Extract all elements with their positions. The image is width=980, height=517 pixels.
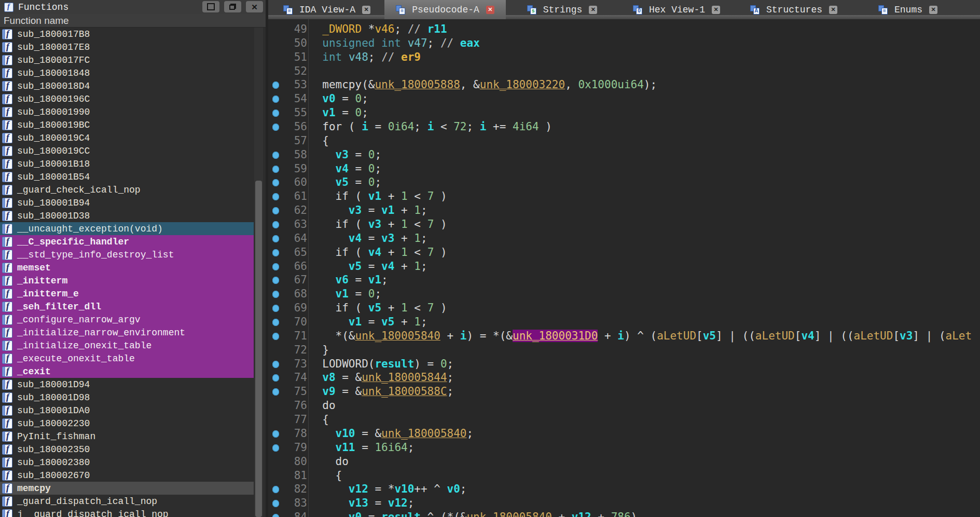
function-list-item[interactable]: sub_1800019BC [0,118,254,131]
tab-close-icon[interactable]: ✕ [829,6,837,14]
function-list-item[interactable]: sub_180001D98 [0,391,254,404]
code-line: 59 v4 = 0; [268,162,980,176]
line-number: 55 [268,106,307,120]
code-text[interactable]: unsigned int v47; // eax [309,36,480,50]
function-list-item[interactable]: sub_1800017FC [0,53,254,66]
function-list-item[interactable]: _guard_dispatch_icall_nop [0,495,254,508]
code-text[interactable]: v0 = 0; [309,92,368,106]
code-text[interactable]: v0 = result ^ (*(&unk_180005840 + v12 + … [309,510,637,517]
tab-enums[interactable]: ≡Enums✕ [853,0,963,19]
tab-close-icon[interactable]: ✕ [589,6,597,14]
function-list-item[interactable]: _guard_check_icall_nop [0,183,254,196]
code-text[interactable]: v11 = 16i64; [309,441,414,455]
function-list-item[interactable]: sub_1800017E8 [0,40,254,53]
function-list-item[interactable]: j__guard_dispatch_icall_nop [0,508,254,517]
code-text[interactable]: memcpy(&unk_180005888, &unk_180003220, 0… [309,78,657,92]
tab-strings[interactable]: sStrings✕ [506,0,618,19]
code-text[interactable]: LODWORD(result) = 0; [309,357,453,371]
tab-hex-view-1[interactable]: 0Hex View-1✕ [618,0,735,19]
tab-pseudocode-a[interactable]: ≡Pseudocode-A✕ [384,0,506,19]
function-list-item[interactable]: sub_180001B18 [0,157,254,170]
code-text[interactable]: { [309,469,342,483]
function-list-item[interactable]: sub_1800018D4 [0,79,254,92]
function-list-item[interactable]: sub_180001D38 [0,209,254,222]
function-list-item[interactable]: sub_1800017B8 [0,28,254,40]
function-list-item[interactable]: __uncaught_exception(void) [0,222,254,235]
function-list-item[interactable]: _initterm [0,274,254,287]
tab-close-icon[interactable]: ✕ [712,6,720,14]
code-text[interactable]: int v48; // er9 [309,50,421,64]
function-list-item[interactable]: sub_180001990 [0,105,254,118]
function-list-item[interactable]: sub_1800019C4 [0,131,254,144]
function-list-item[interactable]: _initialize_narrow_environment [0,326,254,339]
tab-close-icon[interactable]: ✕ [486,6,494,14]
code-line: 79 v11 = 16i64; [268,441,980,455]
function-list-item[interactable]: sub_180001848 [0,66,254,79]
code-text[interactable]: if ( v5 + 1 < 7 ) [309,301,447,315]
function-list-item[interactable]: _cexit [0,365,254,378]
code-text[interactable]: v4 = 0; [309,162,381,176]
function-list-item[interactable]: sub_18000196C [0,92,254,105]
function-list-item[interactable]: sub_180001B54 [0,170,254,183]
code-text[interactable]: v1 = 0; [309,106,368,120]
code-text[interactable]: v13 = v12; [309,496,414,510]
close-icon: ✕ [251,3,258,11]
code-text[interactable]: if ( v1 + 1 < 7 ) [309,189,447,203]
function-icon [2,418,12,429]
code-text[interactable]: for ( i = 0i64; i < 72; i += 4i64 ) [309,120,552,134]
code-text[interactable]: do [309,455,349,469]
tab-ida-view-a[interactable]: ≡IDA View-A✕ [269,0,384,19]
function-list-item[interactable]: memcpy [0,482,254,495]
function-list-item[interactable]: sub_180002230 [0,417,254,430]
code-text[interactable]: v1 = 0; [309,287,381,301]
function-list-item[interactable]: sub_180001B94 [0,196,254,209]
code-text[interactable]: if ( v3 + 1 < 7 ) [309,217,447,232]
function-name: sub_1800018D4 [17,81,90,91]
function-list-item[interactable]: sub_1800019CC [0,144,254,157]
function-list-item[interactable]: _initialize_onexit_table [0,339,254,352]
function-list-item[interactable]: sub_180001D94 [0,378,254,391]
code-text[interactable]: v5 = v4 + 1; [309,260,427,274]
restore-button[interactable] [224,1,241,12]
code-text[interactable]: v8 = &unk_180005844; [309,371,453,385]
code-text[interactable]: v4 = v3 + 1; [309,232,427,246]
function-list-item[interactable]: PyInit_fishman [0,430,254,443]
code-text[interactable]: v10 = &unk_180005840; [309,427,473,441]
code-text[interactable]: v12 = *v10++ ^ v0; [309,482,466,496]
function-list-item[interactable]: __std_type_info_destroy_list [0,248,254,261]
code-text[interactable]: *(&unk_180005840 + i) = *(&unk_1800031D0… [309,329,972,343]
function-list-item[interactable]: sub_180002350 [0,443,254,456]
close-button[interactable]: ✕ [246,1,263,12]
scrollbar-thumb[interactable] [255,181,262,517]
code-text[interactable]: do [309,399,336,413]
function-list-item[interactable]: sub_180001DA0 [0,404,254,417]
function-list-item[interactable]: sub_180002380 [0,456,254,469]
code-text[interactable]: v5 = 0; [309,175,381,189]
function-list-header[interactable]: Function name [0,14,266,28]
maximize-button[interactable] [202,1,219,12]
code-text[interactable]: v3 = 0; [309,148,381,162]
tab-close-icon[interactable]: ✕ [362,6,370,14]
function-list-item[interactable]: _execute_onexit_table [0,352,254,365]
tab-document-icon: ≡ [283,5,293,15]
function-list-item[interactable]: _configure_narrow_argv [0,313,254,326]
tab-close-icon[interactable]: ✕ [929,6,937,14]
code-text[interactable]: v1 = v5 + 1; [309,315,427,329]
code-line: 62 v3 = v1 + 1; [268,203,980,217]
code-text[interactable]: v3 = v1 + 1; [309,203,427,217]
function-list-item[interactable]: __C_specific_handler [0,235,254,248]
code-text[interactable]: { [309,413,329,427]
code-text[interactable]: _DWORD *v46; // r11 [309,22,447,36]
function-list-item[interactable]: memset [0,261,254,274]
function-list-item[interactable]: _initterm_e [0,287,254,300]
tab-structures[interactable]: AStructures✕ [735,0,853,19]
code-text[interactable]: { [309,134,329,148]
code-text[interactable]: } [309,343,329,357]
code-text[interactable]: if ( v4 + 1 < 7 ) [309,246,447,260]
code-text[interactable]: v9 = &unk_18000588C; [309,385,453,399]
function-list-item[interactable]: sub_180002670 [0,469,254,482]
code-text[interactable]: v6 = v1; [309,273,388,287]
highlighted-identifier[interactable]: unk_1800031D0 [513,330,598,342]
function-list-item[interactable]: _seh_filter_dll [0,300,254,313]
function-name: _initterm_e [17,289,79,299]
